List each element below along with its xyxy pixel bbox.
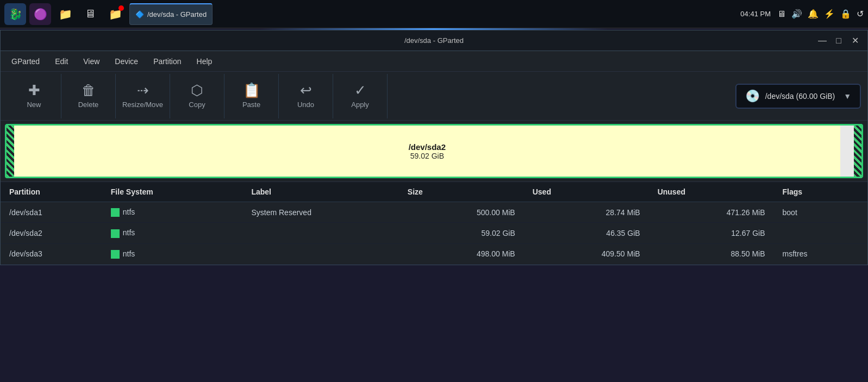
partition-sda2-segment[interactable]: /dev/sda2 59.02 GiB	[14, 126, 840, 177]
volume-icon[interactable]: 🔊	[791, 9, 802, 19]
copy-label: Copy	[189, 101, 205, 109]
table-row[interactable]: /dev/sda3 ntfs 498.00 MiB 409.50 MiB 88.…	[1, 243, 867, 264]
header-size: Size	[399, 182, 524, 202]
apply-button[interactable]: ✓ Apply	[333, 74, 388, 118]
cell-fs-2: ntfs	[102, 243, 243, 264]
toolbar: ✚ New 🗑 Delete ⇢ Resize/Move ⬡ Copy 📋 Pa…	[1, 72, 867, 121]
undo-icon: ↩	[300, 83, 312, 97]
cell-used-0: 28.74 MiB	[524, 202, 649, 223]
menubar: GParted Edit View Device Partition Help	[1, 51, 867, 72]
cell-flags-0: boot	[774, 202, 867, 223]
cell-unused-1: 12.67 GiB	[649, 223, 774, 243]
copy-button[interactable]: ⬡ Copy	[170, 74, 224, 118]
cell-flags-1	[774, 223, 867, 243]
header-partition: Partition	[1, 182, 102, 202]
taskbar-right: 04:41 PM 🖥 🔊 🔔 ⚡ 🔒 ↺	[740, 9, 864, 19]
device-label: /dev/sda (60.00 GiB)	[765, 92, 835, 101]
table-row[interactable]: /dev/sda2 ntfs 59.02 GiB 46.35 GiB 12.67…	[1, 223, 867, 243]
window-controls: — □ ✕	[815, 35, 862, 47]
minimize-button[interactable]: —	[815, 35, 829, 47]
cell-label-1	[242, 223, 398, 243]
refresh-icon[interactable]: ↺	[857, 9, 864, 19]
taskbar: 🐉 🟣 📁 🖥 📁 🔷 /dev/sda - GParted 04:41 PM …	[0, 0, 868, 28]
cell-label-2	[242, 243, 398, 264]
cell-size-1: 59.02 GiB	[399, 223, 524, 243]
notification-icon[interactable]: 🔔	[808, 9, 819, 19]
active-app-label: /dev/sda - GParted	[147, 10, 207, 18]
sda2-label: /dev/sda2	[409, 142, 446, 152]
kali-menu-icon[interactable]: 🐉	[4, 3, 26, 25]
sda2-size: 59.02 GiB	[410, 152, 444, 160]
new-button[interactable]: ✚ New	[7, 74, 61, 118]
taskbar-left: 🐉 🟣 📁 🖥 📁 🔷 /dev/sda - GParted	[4, 3, 213, 25]
resize-move-button[interactable]: ⇢ Resize/Move	[116, 74, 170, 118]
display-icon[interactable]: 🖥	[777, 9, 786, 19]
cell-used-2: 409.50 MiB	[524, 243, 649, 264]
close-button[interactable]: ✕	[848, 35, 862, 47]
partition-visual: /dev/sda2 59.02 GiB	[1, 121, 867, 182]
header-label: Label	[242, 182, 398, 202]
cell-fs-1: ntfs	[102, 223, 243, 243]
menu-device[interactable]: Device	[108, 55, 145, 68]
cell-size-2: 498.00 MiB	[399, 243, 524, 264]
partition-bar: /dev/sda2 59.02 GiB	[5, 124, 863, 178]
partition-unallocated-segment	[840, 126, 854, 177]
new-label: New	[27, 101, 41, 109]
cell-fs-0: ntfs	[102, 202, 243, 223]
chevron-down-icon: ▼	[844, 92, 851, 101]
table-header-row: Partition File System Label Size Used Un…	[1, 182, 867, 202]
apply-icon: ✓	[354, 83, 366, 97]
cell-used-1: 46.35 GiB	[524, 223, 649, 243]
new-icon: ✚	[28, 83, 40, 97]
disk-icon: 💿	[745, 89, 760, 103]
partition-end-stripe	[854, 126, 861, 177]
delete-icon: 🗑	[82, 83, 96, 97]
window-title: /dev/sda - GParted	[404, 36, 464, 45]
partition-table-container: Partition File System Label Size Used Un…	[1, 182, 867, 265]
lock-icon[interactable]: 🔒	[840, 9, 851, 19]
cell-size-0: 500.00 MiB	[399, 202, 524, 223]
active-app-icon: 🔷	[135, 10, 144, 18]
table-row[interactable]: /dev/sda1 ntfs System Reserved 500.00 Mi…	[1, 202, 867, 223]
paste-label: Paste	[242, 101, 260, 109]
copy-icon: ⬡	[191, 83, 203, 97]
clock: 04:41 PM	[740, 10, 771, 18]
tray-icons: 🖥 🔊 🔔 ⚡ 🔒 ↺	[777, 9, 864, 19]
taskbar-app4-with-badge[interactable]: 📁	[104, 3, 126, 25]
paste-icon: 📋	[243, 83, 260, 97]
header-used: Used	[524, 182, 649, 202]
header-filesystem: File System	[102, 182, 243, 202]
cell-unused-0: 471.26 MiB	[649, 202, 774, 223]
partition-table: Partition File System Label Size Used Un…	[1, 182, 867, 265]
taskbar-app2[interactable]: 📁	[54, 3, 76, 25]
menu-edit[interactable]: Edit	[48, 55, 74, 68]
menu-view[interactable]: View	[77, 55, 106, 68]
undo-button[interactable]: ↩ Undo	[279, 74, 333, 118]
undo-label: Undo	[297, 101, 314, 109]
menu-help[interactable]: Help	[190, 55, 219, 68]
cell-partition-0: /dev/sda1	[1, 202, 102, 223]
cell-partition-2: /dev/sda3	[1, 243, 102, 264]
gparted-window: /dev/sda - GParted — □ ✕ GParted Edit Vi…	[0, 30, 868, 265]
taskbar-app3[interactable]: 🖥	[79, 3, 101, 25]
window-titlebar: /dev/sda - GParted — □ ✕	[1, 30, 867, 51]
power-icon[interactable]: ⚡	[824, 9, 835, 19]
cell-partition-1: /dev/sda2	[1, 223, 102, 243]
delete-label: Delete	[78, 101, 99, 109]
active-app-button[interactable]: 🔷 /dev/sda - GParted	[129, 3, 213, 25]
resize-label: Resize/Move	[122, 101, 163, 109]
apply-label: Apply	[351, 101, 369, 109]
header-unused: Unused	[649, 182, 774, 202]
device-selector[interactable]: 💿 /dev/sda (60.00 GiB) ▼	[735, 84, 861, 109]
cell-unused-2: 88.50 MiB	[649, 243, 774, 264]
menu-partition[interactable]: Partition	[147, 55, 188, 68]
resize-icon: ⇢	[137, 83, 149, 97]
cell-flags-2: msftres	[774, 243, 867, 264]
menu-gparted[interactable]: GParted	[5, 55, 46, 68]
paste-button[interactable]: 📋 Paste	[224, 74, 279, 118]
cell-label-0: System Reserved	[242, 202, 398, 223]
delete-button[interactable]: 🗑 Delete	[61, 74, 116, 118]
partition-start-stripe	[7, 126, 14, 177]
taskbar-app1[interactable]: 🟣	[29, 3, 51, 25]
maximize-button[interactable]: □	[832, 35, 846, 47]
